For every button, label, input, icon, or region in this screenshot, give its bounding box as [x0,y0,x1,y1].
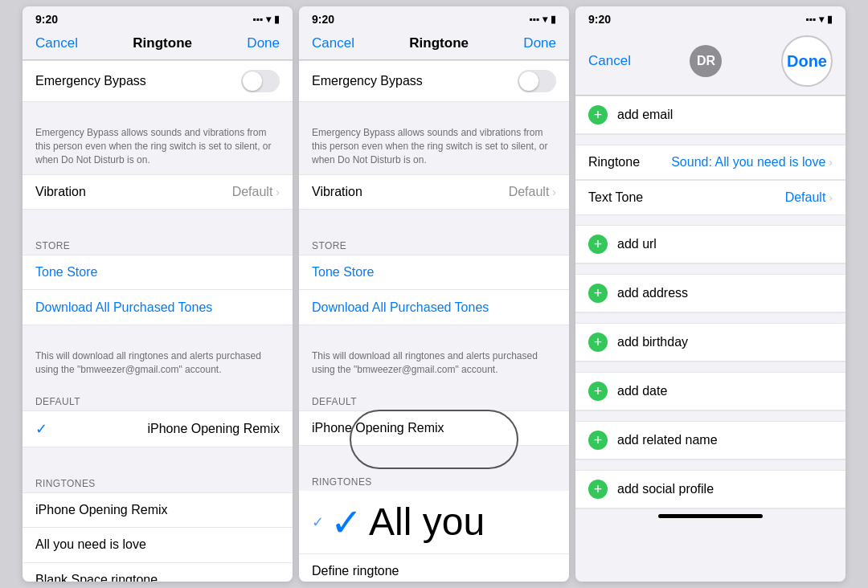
status-bar-2: 9:20 ▪▪▪ ▾ ▮ [299,6,569,29]
nav-title-2: Ringtone [409,35,469,51]
emergency-desc-2: Emergency Bypass allows sounds and vibra… [299,121,569,174]
emergency-bypass-group: Emergency Bypass [23,60,293,102]
ringtones-header-1: RINGTONES [23,467,293,492]
vibration-label-2: Vibration [312,185,362,199]
default-ringtone-cell[interactable]: ✓ iPhone Opening Remix [23,410,293,447]
screen2: 9:20 ▪▪▪ ▾ ▮ Cancel Ringtone Done Emerge… [299,6,569,582]
wifi-icon: ▾ [266,14,271,25]
download-tones-cell-1[interactable]: Download All Purchased Tones [23,290,293,325]
ringtone-item-1[interactable]: All you need is love [23,528,293,563]
contact-avatar: DR [690,45,722,77]
add-date-label: add date [617,384,667,398]
wifi-icon-2: ▾ [542,14,547,25]
add-address-icon: + [588,284,608,303]
emergency-bypass-label: Emergency Bypass [35,74,146,88]
small-check-icon: ✓ [312,513,324,531]
default-ringtone-label-2: iPhone Opening Remix [312,421,444,435]
add-birthday-label: add birthday [617,335,688,349]
ringtone-item-2[interactable]: Blank Space ringtone [23,563,293,582]
cancel-button-3[interactable]: Cancel [588,53,631,69]
download-tones-label-1: Download All Purchased Tones [35,300,212,315]
vibration-label: Vibration [35,185,86,199]
done-circle-label: Done [787,52,827,71]
done-button-1[interactable]: Done [247,35,280,51]
tone-store-cell-2[interactable]: Tone Store [299,255,569,290]
screen-content-1: Emergency Bypass Emergency Bypass allows… [23,60,293,582]
vibration-group-2: Vibration Default › [299,174,569,210]
big-check-icon: ✓ [330,500,362,545]
store-group-1: Tone Store Download All Purchased Tones [23,255,293,325]
add-birthday-row[interactable]: + add birthday [575,324,845,361]
add-social-profile-row[interactable]: + add social profile [575,471,845,508]
screen-content-2: Emergency Bypass Emergency Bypass allows… [299,60,569,582]
emergency-desc-1: Emergency Bypass allows sounds and vibra… [23,121,293,174]
signal-icon: ▪▪▪ [252,14,263,25]
store-group-2: Tone Store Download All Purchased Tones [299,255,569,325]
emergency-bypass-cell-2: Emergency Bypass [299,60,569,102]
emergency-bypass-toggle-2[interactable] [518,70,556,92]
add-related-name-row[interactable]: + add related name [575,422,845,459]
screen1: 9:20 ▪▪▪ ▾ ▮ Cancel Ringtone Done Emerge… [23,6,293,582]
default-ringtone-label: iPhone Opening Remix [147,422,280,436]
add-date-icon: + [588,382,608,401]
battery-icon-3: ▮ [827,14,833,25]
status-time-3: 9:20 [588,13,611,26]
add-email-row[interactable]: + add email [575,96,845,134]
add-email-icon: + [588,105,608,125]
wifi-icon-3: ▾ [819,14,824,25]
add-date-row[interactable]: + add date [575,373,845,410]
ringtone-item-s2-3[interactable]: Define ringtone [299,554,569,582]
emergency-bypass-label-2: Emergency Bypass [312,74,423,88]
battery-icon: ▮ [274,14,280,25]
home-indicator-3 [658,514,763,518]
cancel-button-1[interactable]: Cancel [35,35,78,51]
cancel-button-2[interactable]: Cancel [312,35,354,51]
highlighted-ringtone-label: All you [369,500,485,544]
default-group-2: iPhone Opening Remix [299,410,569,446]
text-tone-chevron: › [829,191,833,204]
default-header-1: DEFAULT [23,385,293,410]
download-desc-2: This will download all ringtones and ale… [299,345,569,385]
vibration-chevron: › [276,186,280,198]
store-header-1: STORE [23,229,293,255]
toggle-knob [243,71,262,91]
text-tone-row[interactable]: Text Tone Default › [575,180,845,215]
vibration-cell-2[interactable]: Vibration Default › [299,174,569,210]
toggle-knob-2 [519,71,538,91]
ringtone-row-label: Ringtone [588,155,640,169]
status-icons-1: ▪▪▪ ▾ ▮ [252,14,280,25]
status-time-2: 9:20 [312,13,334,26]
add-url-label: add url [617,237,657,251]
add-social-profile-icon: + [588,480,608,499]
tone-store-label-1: Tone Store [35,265,97,280]
add-url-row[interactable]: + add url [575,226,845,263]
text-tone-label: Text Tone [588,190,643,205]
tone-store-label-2: Tone Store [312,265,374,280]
signal-icon-2: ▪▪▪ [529,14,539,25]
done-button-2[interactable]: Done [523,35,556,51]
add-address-row[interactable]: + add address [575,275,845,312]
vibration-cell[interactable]: Vibration Default › [23,174,293,210]
screen-content-3: + add email Ringtone Sound: All you need… [575,96,845,582]
highlighted-ringtone-cell[interactable]: ✓ ✓ All you [299,491,569,554]
checkmark-icon: ✓ [35,420,47,438]
ringtones-group-1: iPhone Opening Remix All you need is lov… [23,492,293,582]
done-circle-button[interactable]: Done [781,35,833,87]
ringtone-item-0[interactable]: iPhone Opening Remix [23,492,293,528]
add-social-profile-label: add social profile [617,482,714,496]
battery-icon-2: ▮ [551,14,556,25]
text-tone-value: Default [785,190,826,205]
tone-store-cell-1[interactable]: Tone Store [23,255,293,290]
default-ringtone-cell-2[interactable]: iPhone Opening Remix [299,410,569,446]
download-tones-cell-2[interactable]: Download All Purchased Tones [299,290,569,325]
emergency-bypass-cell: Emergency Bypass [23,60,293,102]
status-icons-2: ▪▪▪ ▾ ▮ [529,14,556,25]
default-header-2: DEFAULT [299,385,569,410]
emergency-bypass-toggle[interactable] [241,70,280,92]
ringtone-row[interactable]: Ringtone Sound: All you need is love › [575,145,845,180]
ringtones-header-2: RINGTONES [299,465,569,491]
nav-bar-2: Cancel Ringtone Done [299,29,569,60]
ringtones-group-2: ✓ ✓ All you Define ringtone Glee Apex Be… [299,491,569,582]
download-tones-label-2: Download All Purchased Tones [312,300,489,315]
nav-bar-3: Cancel DR Done [575,29,845,96]
